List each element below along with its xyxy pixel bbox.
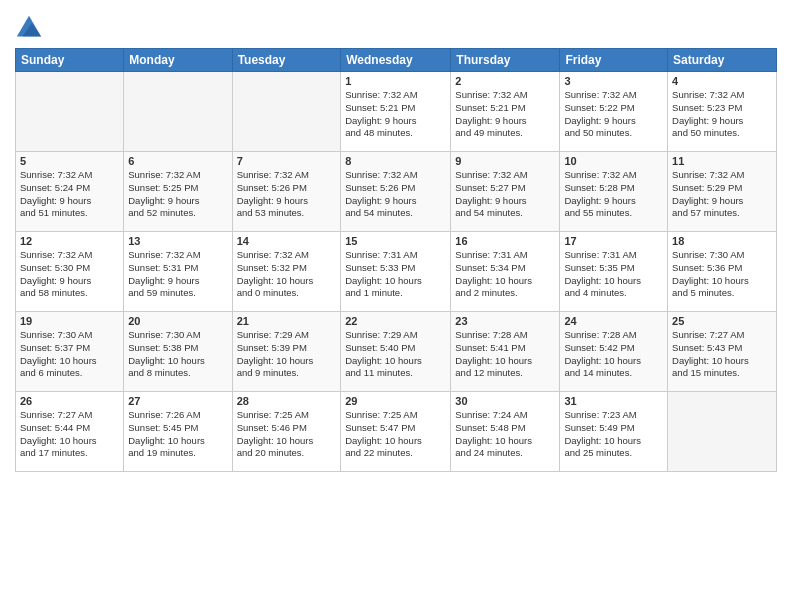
day-number: 10 — [564, 155, 663, 167]
week-row-5: 26Sunrise: 7:27 AM Sunset: 5:44 PM Dayli… — [16, 392, 777, 472]
weekday-header-sunday: Sunday — [16, 49, 124, 72]
day-info: Sunrise: 7:32 AM Sunset: 5:30 PM Dayligh… — [20, 249, 119, 300]
header — [15, 10, 777, 42]
day-info: Sunrise: 7:32 AM Sunset: 5:25 PM Dayligh… — [128, 169, 227, 220]
weekday-header-wednesday: Wednesday — [341, 49, 451, 72]
day-info: Sunrise: 7:25 AM Sunset: 5:46 PM Dayligh… — [237, 409, 337, 460]
day-cell — [124, 72, 232, 152]
day-number: 27 — [128, 395, 227, 407]
day-cell: 20Sunrise: 7:30 AM Sunset: 5:38 PM Dayli… — [124, 312, 232, 392]
day-info: Sunrise: 7:26 AM Sunset: 5:45 PM Dayligh… — [128, 409, 227, 460]
weekday-header-monday: Monday — [124, 49, 232, 72]
day-info: Sunrise: 7:32 AM Sunset: 5:21 PM Dayligh… — [455, 89, 555, 140]
day-info: Sunrise: 7:32 AM Sunset: 5:21 PM Dayligh… — [345, 89, 446, 140]
day-info: Sunrise: 7:31 AM Sunset: 5:33 PM Dayligh… — [345, 249, 446, 300]
weekday-header-saturday: Saturday — [668, 49, 777, 72]
day-info: Sunrise: 7:32 AM Sunset: 5:31 PM Dayligh… — [128, 249, 227, 300]
day-info: Sunrise: 7:32 AM Sunset: 5:27 PM Dayligh… — [455, 169, 555, 220]
day-info: Sunrise: 7:31 AM Sunset: 5:35 PM Dayligh… — [564, 249, 663, 300]
day-info: Sunrise: 7:25 AM Sunset: 5:47 PM Dayligh… — [345, 409, 446, 460]
page-container: SundayMondayTuesdayWednesdayThursdayFrid… — [0, 0, 792, 477]
day-info: Sunrise: 7:27 AM Sunset: 5:43 PM Dayligh… — [672, 329, 772, 380]
day-number: 28 — [237, 395, 337, 407]
day-cell: 4Sunrise: 7:32 AM Sunset: 5:23 PM Daylig… — [668, 72, 777, 152]
week-row-3: 12Sunrise: 7:32 AM Sunset: 5:30 PM Dayli… — [16, 232, 777, 312]
day-number: 2 — [455, 75, 555, 87]
day-cell: 15Sunrise: 7:31 AM Sunset: 5:33 PM Dayli… — [341, 232, 451, 312]
day-number: 14 — [237, 235, 337, 247]
week-row-4: 19Sunrise: 7:30 AM Sunset: 5:37 PM Dayli… — [16, 312, 777, 392]
day-number: 16 — [455, 235, 555, 247]
day-number: 20 — [128, 315, 227, 327]
day-info: Sunrise: 7:27 AM Sunset: 5:44 PM Dayligh… — [20, 409, 119, 460]
day-number: 31 — [564, 395, 663, 407]
day-cell: 9Sunrise: 7:32 AM Sunset: 5:27 PM Daylig… — [451, 152, 560, 232]
day-cell: 24Sunrise: 7:28 AM Sunset: 5:42 PM Dayli… — [560, 312, 668, 392]
weekday-header-friday: Friday — [560, 49, 668, 72]
day-number: 8 — [345, 155, 446, 167]
day-info: Sunrise: 7:32 AM Sunset: 5:23 PM Dayligh… — [672, 89, 772, 140]
day-cell: 16Sunrise: 7:31 AM Sunset: 5:34 PM Dayli… — [451, 232, 560, 312]
day-cell: 1Sunrise: 7:32 AM Sunset: 5:21 PM Daylig… — [341, 72, 451, 152]
day-cell: 25Sunrise: 7:27 AM Sunset: 5:43 PM Dayli… — [668, 312, 777, 392]
day-info: Sunrise: 7:31 AM Sunset: 5:34 PM Dayligh… — [455, 249, 555, 300]
day-number: 22 — [345, 315, 446, 327]
day-number: 18 — [672, 235, 772, 247]
day-cell: 5Sunrise: 7:32 AM Sunset: 5:24 PM Daylig… — [16, 152, 124, 232]
day-number: 26 — [20, 395, 119, 407]
day-cell: 17Sunrise: 7:31 AM Sunset: 5:35 PM Dayli… — [560, 232, 668, 312]
day-number: 1 — [345, 75, 446, 87]
weekday-header-thursday: Thursday — [451, 49, 560, 72]
day-number: 24 — [564, 315, 663, 327]
day-info: Sunrise: 7:29 AM Sunset: 5:39 PM Dayligh… — [237, 329, 337, 380]
day-info: Sunrise: 7:30 AM Sunset: 5:36 PM Dayligh… — [672, 249, 772, 300]
logo-icon — [15, 14, 43, 42]
day-cell: 8Sunrise: 7:32 AM Sunset: 5:26 PM Daylig… — [341, 152, 451, 232]
day-number: 17 — [564, 235, 663, 247]
day-info: Sunrise: 7:30 AM Sunset: 5:37 PM Dayligh… — [20, 329, 119, 380]
day-cell: 23Sunrise: 7:28 AM Sunset: 5:41 PM Dayli… — [451, 312, 560, 392]
day-info: Sunrise: 7:28 AM Sunset: 5:42 PM Dayligh… — [564, 329, 663, 380]
day-cell: 14Sunrise: 7:32 AM Sunset: 5:32 PM Dayli… — [232, 232, 341, 312]
day-cell: 26Sunrise: 7:27 AM Sunset: 5:44 PM Dayli… — [16, 392, 124, 472]
day-cell: 6Sunrise: 7:32 AM Sunset: 5:25 PM Daylig… — [124, 152, 232, 232]
day-number: 5 — [20, 155, 119, 167]
day-number: 25 — [672, 315, 772, 327]
day-info: Sunrise: 7:23 AM Sunset: 5:49 PM Dayligh… — [564, 409, 663, 460]
day-number: 7 — [237, 155, 337, 167]
day-cell — [16, 72, 124, 152]
calendar: SundayMondayTuesdayWednesdayThursdayFrid… — [15, 48, 777, 472]
day-cell: 19Sunrise: 7:30 AM Sunset: 5:37 PM Dayli… — [16, 312, 124, 392]
day-info: Sunrise: 7:29 AM Sunset: 5:40 PM Dayligh… — [345, 329, 446, 380]
day-cell: 27Sunrise: 7:26 AM Sunset: 5:45 PM Dayli… — [124, 392, 232, 472]
day-cell: 10Sunrise: 7:32 AM Sunset: 5:28 PM Dayli… — [560, 152, 668, 232]
day-number: 6 — [128, 155, 227, 167]
day-cell — [232, 72, 341, 152]
day-cell: 18Sunrise: 7:30 AM Sunset: 5:36 PM Dayli… — [668, 232, 777, 312]
logo — [15, 14, 46, 42]
day-cell: 29Sunrise: 7:25 AM Sunset: 5:47 PM Dayli… — [341, 392, 451, 472]
day-cell: 11Sunrise: 7:32 AM Sunset: 5:29 PM Dayli… — [668, 152, 777, 232]
day-cell: 30Sunrise: 7:24 AM Sunset: 5:48 PM Dayli… — [451, 392, 560, 472]
day-info: Sunrise: 7:32 AM Sunset: 5:22 PM Dayligh… — [564, 89, 663, 140]
day-number: 12 — [20, 235, 119, 247]
day-number: 15 — [345, 235, 446, 247]
day-info: Sunrise: 7:30 AM Sunset: 5:38 PM Dayligh… — [128, 329, 227, 380]
day-number: 23 — [455, 315, 555, 327]
week-row-2: 5Sunrise: 7:32 AM Sunset: 5:24 PM Daylig… — [16, 152, 777, 232]
day-info: Sunrise: 7:32 AM Sunset: 5:24 PM Dayligh… — [20, 169, 119, 220]
day-number: 4 — [672, 75, 772, 87]
day-number: 9 — [455, 155, 555, 167]
day-cell: 13Sunrise: 7:32 AM Sunset: 5:31 PM Dayli… — [124, 232, 232, 312]
day-cell: 28Sunrise: 7:25 AM Sunset: 5:46 PM Dayli… — [232, 392, 341, 472]
day-info: Sunrise: 7:32 AM Sunset: 5:32 PM Dayligh… — [237, 249, 337, 300]
day-cell — [668, 392, 777, 472]
day-cell: 22Sunrise: 7:29 AM Sunset: 5:40 PM Dayli… — [341, 312, 451, 392]
weekday-header-tuesday: Tuesday — [232, 49, 341, 72]
day-cell: 21Sunrise: 7:29 AM Sunset: 5:39 PM Dayli… — [232, 312, 341, 392]
day-number: 11 — [672, 155, 772, 167]
day-cell: 2Sunrise: 7:32 AM Sunset: 5:21 PM Daylig… — [451, 72, 560, 152]
day-info: Sunrise: 7:32 AM Sunset: 5:28 PM Dayligh… — [564, 169, 663, 220]
day-cell: 31Sunrise: 7:23 AM Sunset: 5:49 PM Dayli… — [560, 392, 668, 472]
day-info: Sunrise: 7:32 AM Sunset: 5:26 PM Dayligh… — [345, 169, 446, 220]
